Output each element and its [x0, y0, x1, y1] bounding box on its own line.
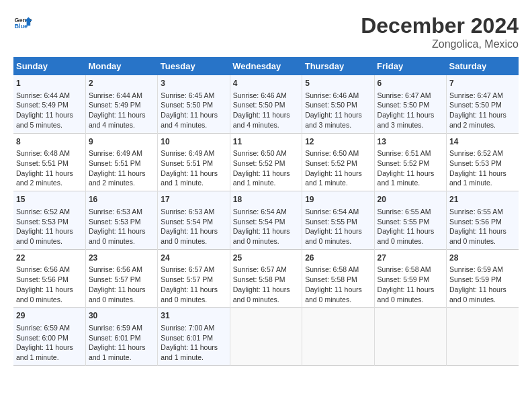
- day-number: 6: [378, 78, 443, 89]
- sunset-text: Sunset: 5:56 PM: [449, 218, 502, 226]
- day-number: 1: [16, 78, 83, 89]
- sunset-text: Sunset: 5:50 PM: [378, 101, 430, 109]
- day-number: 31: [161, 310, 226, 322]
- daylight-text: Daylight: 11 hours and 0 minutes.: [449, 227, 506, 245]
- sunrise-text: Sunrise: 6:44 AM: [16, 91, 70, 99]
- sunset-text: Sunset: 5:57 PM: [161, 275, 213, 283]
- calendar-day-cell: 6Sunrise: 6:47 AMSunset: 5:50 PMDaylight…: [374, 75, 446, 133]
- calendar-day-cell: 28Sunrise: 6:59 AMSunset: 5:59 PMDayligh…: [447, 249, 519, 308]
- sunset-text: Sunset: 5:57 PM: [89, 275, 141, 283]
- svg-text:Blue: Blue: [14, 23, 28, 30]
- day-number: 10: [161, 136, 226, 148]
- sunrise-text: Sunrise: 6:53 AM: [89, 208, 142, 216]
- sunset-text: Sunset: 5:51 PM: [16, 159, 69, 167]
- calendar-day-cell: 18Sunrise: 6:54 AMSunset: 5:54 PMDayligh…: [230, 191, 302, 250]
- day-number: 12: [305, 136, 371, 148]
- sunset-text: Sunset: 5:53 PM: [16, 218, 69, 226]
- day-number: 30: [89, 310, 154, 322]
- sunrise-text: Sunrise: 6:59 AM: [449, 265, 503, 273]
- day-number: 5: [305, 78, 371, 89]
- calendar-day-cell: 22Sunrise: 6:56 AMSunset: 5:56 PMDayligh…: [13, 249, 85, 308]
- sunset-text: Sunset: 6:01 PM: [89, 334, 141, 342]
- daylight-text: Daylight: 11 hours and 1 minute.: [161, 343, 218, 361]
- day-number: 18: [233, 194, 299, 205]
- calendar-day-cell: [374, 308, 446, 366]
- title-area: December 2024 Zongolica, Mexico: [361, 13, 519, 50]
- col-saturday: Saturday: [447, 57, 519, 75]
- sunset-text: Sunset: 5:54 PM: [161, 218, 213, 226]
- sunrise-text: Sunrise: 6:45 AM: [161, 91, 214, 99]
- calendar-day-cell: 24Sunrise: 6:57 AMSunset: 5:57 PMDayligh…: [158, 249, 230, 308]
- day-number: 28: [449, 253, 516, 264]
- day-number: 8: [16, 136, 83, 148]
- daylight-text: Daylight: 11 hours and 0 minutes.: [378, 227, 435, 245]
- daylight-text: Daylight: 11 hours and 2 minutes.: [16, 169, 73, 187]
- calendar-day-cell: 20Sunrise: 6:55 AMSunset: 5:55 PMDayligh…: [374, 191, 446, 250]
- calendar-table: Sunday Monday Tuesday Wednesday Thursday…: [13, 57, 519, 366]
- sunrise-text: Sunrise: 6:47 AM: [449, 91, 503, 99]
- daylight-text: Daylight: 11 hours and 2 minutes.: [89, 169, 146, 187]
- day-number: 11: [233, 136, 299, 148]
- sunrise-text: Sunrise: 6:59 AM: [16, 324, 70, 332]
- sunrise-text: Sunrise: 6:52 AM: [449, 149, 503, 157]
- sunrise-text: Sunrise: 6:51 AM: [378, 149, 431, 157]
- sunrise-text: Sunrise: 7:00 AM: [161, 324, 214, 332]
- daylight-text: Daylight: 11 hours and 0 minutes.: [305, 227, 362, 245]
- sunrise-text: Sunrise: 6:49 AM: [89, 149, 142, 157]
- day-number: 19: [305, 194, 371, 205]
- sunrise-text: Sunrise: 6:57 AM: [161, 265, 214, 273]
- daylight-text: Daylight: 11 hours and 0 minutes.: [161, 227, 218, 245]
- calendar-day-cell: 26Sunrise: 6:58 AMSunset: 5:58 PMDayligh…: [302, 249, 374, 308]
- calendar-day-cell: 2Sunrise: 6:44 AMSunset: 5:49 PMDaylight…: [85, 75, 157, 133]
- daylight-text: Daylight: 11 hours and 0 minutes.: [161, 285, 218, 304]
- sunset-text: Sunset: 5:52 PM: [378, 159, 430, 167]
- calendar-day-cell: 3Sunrise: 6:45 AMSunset: 5:50 PMDaylight…: [158, 75, 230, 133]
- calendar-day-cell: 19Sunrise: 6:54 AMSunset: 5:55 PMDayligh…: [302, 191, 374, 250]
- sunrise-text: Sunrise: 6:54 AM: [305, 208, 359, 216]
- calendar-day-cell: 9Sunrise: 6:49 AMSunset: 5:51 PMDaylight…: [85, 133, 157, 191]
- day-number: 21: [449, 194, 516, 205]
- sunrise-text: Sunrise: 6:48 AM: [16, 149, 70, 157]
- daylight-text: Daylight: 11 hours and 2 minutes.: [449, 111, 506, 129]
- sunset-text: Sunset: 5:53 PM: [89, 218, 141, 226]
- sunrise-text: Sunrise: 6:52 AM: [16, 208, 70, 216]
- calendar-week-row: 1Sunrise: 6:44 AMSunset: 5:49 PMDaylight…: [13, 75, 519, 133]
- day-number: 22: [16, 253, 83, 264]
- daylight-text: Daylight: 11 hours and 0 minutes.: [449, 285, 506, 304]
- daylight-text: Daylight: 11 hours and 3 minutes.: [305, 111, 362, 129]
- sunrise-text: Sunrise: 6:50 AM: [233, 149, 287, 157]
- sunset-text: Sunset: 5:55 PM: [378, 218, 430, 226]
- sunset-text: Sunset: 5:59 PM: [449, 275, 502, 283]
- calendar-day-cell: 1Sunrise: 6:44 AMSunset: 5:49 PMDaylight…: [13, 75, 85, 133]
- sunrise-text: Sunrise: 6:53 AM: [161, 208, 214, 216]
- calendar-day-cell: 17Sunrise: 6:53 AMSunset: 5:54 PMDayligh…: [158, 191, 230, 250]
- daylight-text: Daylight: 11 hours and 0 minutes.: [378, 285, 435, 304]
- sunset-text: Sunset: 5:51 PM: [89, 159, 141, 167]
- daylight-text: Daylight: 11 hours and 4 minutes.: [233, 111, 290, 129]
- page-header: General Blue December 2024 Zongolica, Me…: [13, 13, 519, 50]
- calendar-day-cell: 4Sunrise: 6:46 AMSunset: 5:50 PMDaylight…: [230, 75, 302, 133]
- month-title: December 2024: [361, 13, 519, 38]
- daylight-text: Daylight: 11 hours and 0 minutes.: [233, 227, 290, 245]
- calendar-day-cell: 12Sunrise: 6:50 AMSunset: 5:52 PMDayligh…: [302, 133, 374, 191]
- sunset-text: Sunset: 5:54 PM: [233, 218, 285, 226]
- calendar-day-cell: 5Sunrise: 6:46 AMSunset: 5:50 PMDaylight…: [302, 75, 374, 133]
- sunrise-text: Sunrise: 6:46 AM: [305, 91, 359, 99]
- daylight-text: Daylight: 11 hours and 1 minute.: [305, 169, 362, 187]
- day-number: 3: [161, 78, 226, 89]
- calendar-day-cell: 7Sunrise: 6:47 AMSunset: 5:50 PMDaylight…: [447, 75, 519, 133]
- day-number: 27: [378, 253, 443, 264]
- calendar-week-row: 8Sunrise: 6:48 AMSunset: 5:51 PMDaylight…: [13, 133, 519, 191]
- daylight-text: Daylight: 11 hours and 5 minutes.: [16, 111, 73, 129]
- calendar-day-cell: 30Sunrise: 6:59 AMSunset: 6:01 PMDayligh…: [85, 308, 157, 366]
- col-thursday: Thursday: [302, 57, 374, 75]
- daylight-text: Daylight: 11 hours and 1 minute.: [378, 169, 435, 187]
- sunset-text: Sunset: 5:51 PM: [161, 159, 213, 167]
- calendar-day-cell: 16Sunrise: 6:53 AMSunset: 5:53 PMDayligh…: [85, 191, 157, 250]
- day-number: 7: [449, 78, 516, 89]
- calendar-day-cell: 31Sunrise: 7:00 AMSunset: 6:01 PMDayligh…: [158, 308, 230, 366]
- sunrise-text: Sunrise: 6:49 AM: [161, 149, 214, 157]
- day-number: 29: [16, 310, 83, 322]
- day-number: 16: [89, 194, 154, 205]
- daylight-text: Daylight: 11 hours and 0 minutes.: [16, 227, 73, 245]
